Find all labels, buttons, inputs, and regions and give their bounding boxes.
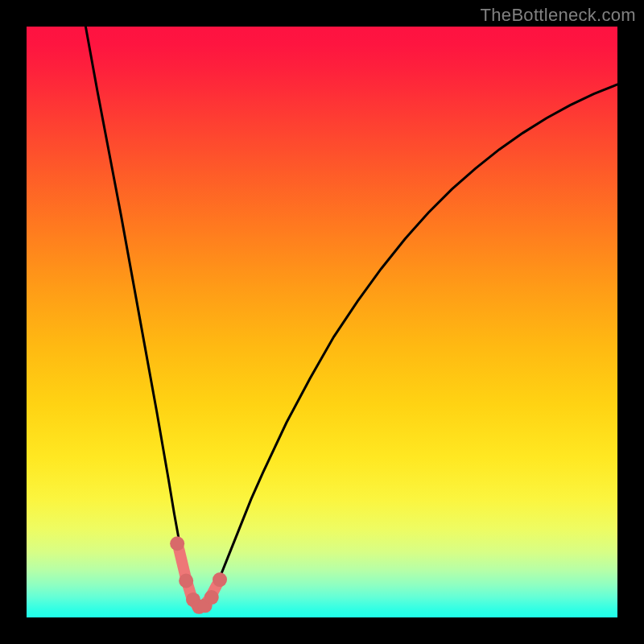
trough-dot: [204, 590, 219, 605]
chart-frame: TheBottleneck.com: [0, 0, 644, 644]
watermark: TheBottleneck.com: [481, 5, 636, 26]
chart-svg: [27, 27, 617, 617]
bottleneck-curve: [85, 27, 617, 607]
trough-dot: [179, 573, 193, 588]
plot-area: [27, 27, 617, 617]
bottleneck-dots: [170, 536, 227, 614]
trough-dot: [213, 572, 227, 587]
trough-dot: [170, 536, 184, 551]
